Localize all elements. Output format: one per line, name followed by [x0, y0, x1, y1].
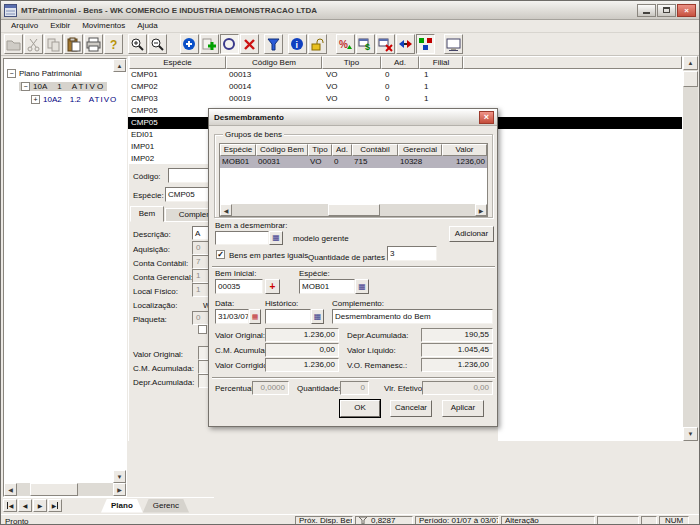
menu-movimentos[interactable]: Movimentos [76, 20, 131, 32]
tree-node-10a[interactable]: − 10A 1 ATIVO [19, 82, 107, 91]
tab-first-button[interactable]: ◀ [3, 499, 17, 512]
dgrid-col-codigo[interactable]: Código Bem [256, 144, 308, 156]
scroll-left-icon[interactable]: ◀ [4, 483, 17, 496]
scroll-right-icon[interactable]: ▶ [475, 204, 487, 216]
info-button[interactable]: i [288, 34, 307, 54]
tree-hscrollbar[interactable]: ◀ ▶ [4, 483, 126, 496]
tree-root-plano-patrimonial[interactable]: − Plano Patrimonial [7, 69, 82, 78]
tree-scroll-down-icon[interactable]: ▼ [113, 470, 126, 483]
data-input[interactable]: 31/03/07 [215, 309, 249, 324]
cancelar-button[interactable]: Cancelar [390, 400, 432, 417]
especie-browse-button[interactable]: ▦ [355, 279, 369, 294]
dgrid-col-ad[interactable]: Ad. [332, 144, 352, 156]
paste-button[interactable] [64, 34, 83, 54]
status-modo: Alteração [501, 516, 595, 525]
col-header-especie[interactable]: Espécie [129, 56, 226, 69]
close-button[interactable]: × [677, 4, 696, 17]
bem-inicial-input[interactable]: 00035 [215, 279, 263, 294]
list-row[interactable]: CMP0300019VO01 [128, 93, 682, 105]
scroll-down-icon[interactable]: ▼ [683, 427, 698, 441]
collapse-toggle-icon[interactable]: − [7, 69, 16, 78]
zoom-in-icon [130, 37, 145, 52]
unlock-button[interactable] [308, 34, 327, 54]
preview-button[interactable] [444, 34, 463, 54]
list-row[interactable]: CMP0200014VO01 [128, 81, 682, 93]
help-button[interactable]: ? [104, 34, 123, 54]
form-checkbox[interactable] [198, 325, 207, 334]
bem-a-desmembrar-input[interactable] [215, 231, 269, 245]
quantidade-input[interactable]: 0 [340, 381, 369, 395]
col-header-filial[interactable]: Filial [419, 56, 463, 69]
distribute-button[interactable] [416, 34, 435, 54]
scroll-up-icon[interactable]: ▲ [683, 56, 698, 70]
print-button[interactable] [84, 34, 103, 54]
window-transfer-button[interactable]: $ [356, 34, 375, 54]
record-insert-button[interactable] [200, 34, 219, 54]
record-edit-button[interactable] [220, 34, 239, 54]
quantidade-partes-label: Quantidade de partes : [308, 253, 389, 262]
record-delete-button[interactable] [240, 34, 259, 54]
restore-button[interactable] [657, 4, 676, 17]
scroll-left-icon[interactable]: ◀ [220, 204, 232, 216]
window-delete-button[interactable] [376, 34, 395, 54]
col-header-ad[interactable]: Ad. [381, 56, 419, 69]
dialog-especie-input[interactable]: MOB01 [299, 279, 355, 294]
list-vscrollbar[interactable]: ▲ ▼ [683, 56, 698, 441]
codigo-label: Código: [133, 172, 161, 181]
zoom-in-button[interactable] [128, 34, 147, 54]
col-header-tipo[interactable]: Tipo [322, 56, 381, 69]
historico-browse-button[interactable]: ▦ [311, 309, 324, 324]
collapse-toggle-icon[interactable]: − [21, 82, 30, 91]
tab-last-button[interactable]: ▶ [48, 499, 62, 512]
menu-exibir[interactable]: Exibir [44, 20, 76, 32]
scroll-thumb[interactable] [683, 71, 698, 87]
tab-plano[interactable]: Plano [101, 499, 143, 513]
dgrid-col-especie[interactable]: Espécie [220, 144, 256, 156]
tree-node-10a2[interactable]: + 10A2 1.2 ATIVO [31, 95, 117, 104]
cut-button[interactable] [24, 34, 43, 54]
open-folder-button[interactable] [4, 34, 23, 54]
ok-button[interactable]: OK [340, 400, 380, 417]
calendar-button[interactable]: ▦ [249, 309, 261, 324]
vlr-efetivo-input[interactable]: 0,00 [422, 381, 493, 395]
scroll-thumb[interactable] [328, 204, 380, 216]
dgrid-col-tipo[interactable]: Tipo [308, 144, 332, 156]
dgrid-col-valor[interactable]: Valor Desm... [442, 144, 487, 156]
tree-scroll-up-icon[interactable]: ▲ [113, 59, 126, 72]
adicionar-button[interactable]: Adicionar [449, 226, 494, 242]
tab-bem[interactable]: Bem [130, 206, 164, 222]
window-delete-icon [378, 37, 393, 52]
menu-arquivo[interactable]: Arquivo [5, 20, 44, 32]
scroll-thumb[interactable] [30, 483, 78, 496]
zoom-out-button[interactable] [148, 34, 167, 54]
dgrid-col-contabil[interactable]: Contábil [352, 144, 398, 156]
list-row[interactable]: CMP0100013VO01 [128, 69, 682, 81]
partes-iguais-checkbox[interactable]: ✓ [216, 250, 225, 259]
tab-gerencial[interactable]: Gerenc [143, 499, 189, 513]
percent-transfer-button[interactable]: % [336, 34, 355, 54]
conta-contabil-label: Conta Contábil: [133, 259, 188, 268]
record-first-button[interactable] [180, 34, 199, 54]
percentual-input[interactable]: 0,0000 [252, 381, 289, 395]
dgrid-col-gerencial[interactable]: Gerencial [398, 144, 442, 156]
dgrid-hscrollbar[interactable]: ◀ ▶ [220, 204, 487, 216]
col-header-codigo-bem[interactable]: Código Bem [226, 56, 322, 69]
aplicar-button[interactable]: Aplicar [442, 400, 484, 417]
expand-toggle-icon[interactable]: + [31, 95, 40, 104]
bem-inicial-add-button[interactable]: + [265, 279, 280, 294]
tab-prev-button[interactable]: ◀ [18, 499, 32, 512]
record-delete-icon [242, 37, 257, 52]
dialog-close-button[interactable]: × [479, 111, 494, 124]
copy-button[interactable] [44, 34, 63, 54]
historico-input[interactable] [265, 309, 311, 324]
quantidade-partes-input[interactable]: 3 [387, 246, 437, 261]
minimize-button[interactable] [637, 4, 656, 17]
tab-next-button[interactable]: ▶ [33, 499, 47, 512]
complemento-input[interactable]: Desmembramento do Bem [332, 309, 493, 324]
bem-browse-button[interactable]: ▦ [269, 231, 283, 245]
scroll-right-icon[interactable]: ▶ [113, 483, 126, 496]
merge-button[interactable] [396, 34, 415, 54]
dgrid-row-selected[interactable]: MOB01 00031 VO 0 715 10328 1236,00 [220, 156, 487, 168]
filter-button[interactable] [264, 34, 283, 54]
menu-ajuda[interactable]: Ajuda [131, 20, 163, 32]
